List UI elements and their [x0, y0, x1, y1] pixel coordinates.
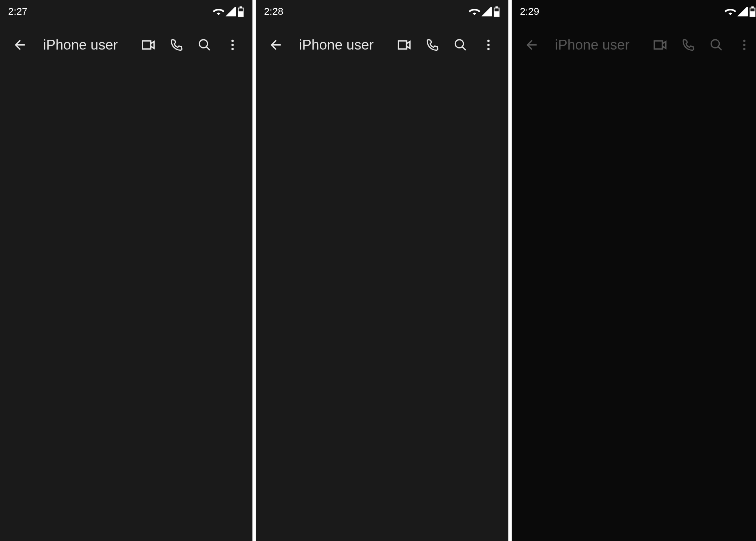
- more-icon[interactable]: [474, 31, 502, 59]
- status-bar: 2:29: [512, 0, 756, 23]
- signal-icon: [226, 7, 236, 17]
- svg-point-4: [231, 48, 234, 50]
- back-icon[interactable]: [517, 31, 545, 59]
- message-list[interactable]: 2:26 PM Texting with iPhone user (SMS/MM…: [256, 67, 508, 541]
- status-time: 2:29: [520, 6, 539, 17]
- wifi-icon: [213, 7, 225, 17]
- svg-point-14: [487, 40, 490, 42]
- search-icon[interactable]: [446, 31, 474, 59]
- more-icon[interactable]: [730, 31, 756, 59]
- conversation-title[interactable]: iPhone user: [299, 37, 390, 53]
- app-bar: iPhone user: [0, 23, 253, 67]
- phone-icon[interactable]: [163, 31, 191, 59]
- battery-icon: [749, 6, 756, 17]
- battery-icon: [237, 6, 245, 17]
- video-call-icon[interactable]: [135, 31, 163, 59]
- search-icon[interactable]: [191, 31, 218, 59]
- screen-1: 2:27 iPhone user 2:26 PM Texting with iP…: [0, 0, 253, 541]
- status-time: 2:28: [264, 6, 284, 17]
- app-bar: iPhone user: [512, 23, 756, 67]
- phone-icon[interactable]: [674, 31, 702, 59]
- conversation-title[interactable]: iPhone user: [43, 37, 135, 53]
- more-icon[interactable]: [218, 31, 246, 59]
- message-list[interactable]: 2:26 PM Texting with iPhone user (SMS/MM…: [512, 67, 756, 541]
- svg-point-1: [199, 40, 208, 48]
- status-bar: 2:27: [0, 0, 253, 23]
- back-icon[interactable]: [262, 31, 290, 59]
- message-list[interactable]: 2:26 PM Texting with iPhone user (SMS/MM…: [0, 67, 253, 541]
- status-time: 2:27: [8, 6, 28, 17]
- svg-point-16: [487, 48, 490, 50]
- conversation-title[interactable]: iPhone user: [555, 37, 646, 53]
- svg-rect-24: [750, 8, 754, 11]
- signal-icon: [737, 7, 748, 17]
- svg-point-13: [455, 40, 463, 48]
- screen-3: 2:29 iPhone user 2:26 PM Texting with iP…: [512, 0, 756, 541]
- signal-icon: [482, 7, 492, 17]
- svg-point-26: [743, 40, 745, 42]
- svg-point-15: [487, 44, 490, 46]
- battery-icon: [493, 6, 500, 17]
- wifi-icon: [725, 7, 736, 17]
- video-call-icon[interactable]: [646, 31, 674, 59]
- svg-point-2: [231, 40, 234, 42]
- video-call-icon[interactable]: [390, 31, 418, 59]
- back-icon[interactable]: [6, 31, 34, 59]
- screen-2: 2:28 iPhone user 2:26 PM Texting with iP…: [256, 0, 508, 541]
- phone-icon[interactable]: [418, 31, 446, 59]
- app-bar: iPhone user: [256, 23, 508, 67]
- svg-point-25: [711, 40, 719, 48]
- svg-point-28: [743, 48, 745, 50]
- search-icon[interactable]: [702, 31, 730, 59]
- status-bar: 2:28: [256, 0, 508, 23]
- svg-rect-0: [239, 8, 243, 11]
- svg-rect-12: [494, 8, 499, 11]
- svg-point-27: [743, 44, 745, 46]
- svg-point-3: [231, 44, 234, 46]
- wifi-icon: [469, 7, 480, 17]
